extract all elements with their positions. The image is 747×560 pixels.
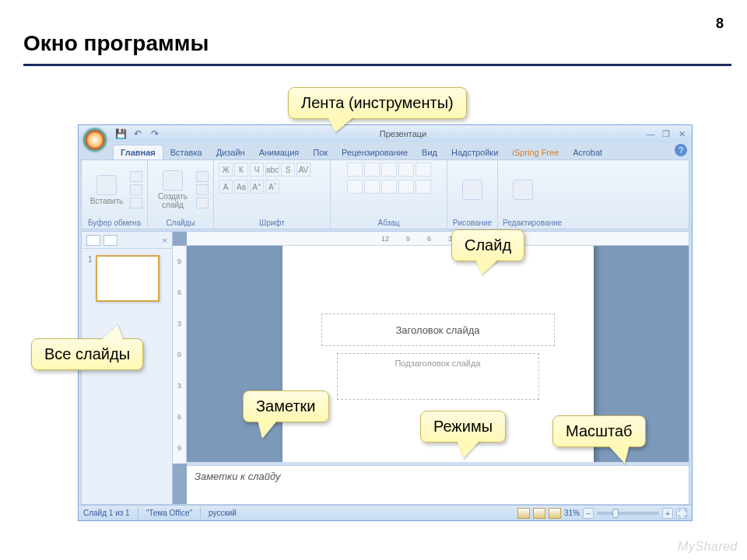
callout-zoom: Масштаб <box>552 415 646 447</box>
watermark: MyShared <box>678 540 738 554</box>
format-painter-icon[interactable] <box>130 198 142 208</box>
minimize-icon[interactable]: — <box>645 129 656 139</box>
window-title: Презентаци <box>161 129 645 138</box>
panel-tabs: × <box>82 232 172 249</box>
group-font: Ж К Ч abc S AV A Aa A˄ Aˇ Шрифт <box>214 160 331 229</box>
char-spacing-button[interactable]: AV <box>296 163 310 177</box>
align-left-button[interactable] <box>347 180 363 194</box>
tab-slideshow[interactable]: Пок <box>306 145 335 159</box>
group-drawing-label: Рисование <box>452 217 493 229</box>
zoom-thumb[interactable] <box>612 509 619 518</box>
paste-button[interactable]: Вставить <box>86 165 127 215</box>
justify-button[interactable] <box>398 180 414 194</box>
editing-button[interactable] <box>503 165 543 215</box>
paste-label: Вставить <box>90 197 123 205</box>
help-icon[interactable]: ? <box>675 144 687 156</box>
tab-ispring[interactable]: iSpring Free <box>505 145 566 159</box>
status-separator <box>200 508 201 519</box>
reset-icon[interactable] <box>196 184 209 195</box>
ruler-tick: 3 <box>177 382 181 390</box>
underline-button[interactable]: Ч <box>250 163 264 177</box>
copy-icon[interactable] <box>130 184 142 195</box>
change-case-button[interactable]: Aa <box>234 180 248 194</box>
tab-acrobat[interactable]: Acrobat <box>566 145 609 159</box>
group-paragraph: Абзац <box>331 160 447 229</box>
normal-view-button[interactable] <box>517 508 530 519</box>
tab-view[interactable]: Вид <box>415 145 444 159</box>
new-slide-button[interactable]: Создать слайд <box>153 165 193 215</box>
tab-home[interactable]: Главная <box>113 145 163 159</box>
undo-icon[interactable]: ↶ <box>132 128 144 140</box>
status-language[interactable]: русский <box>209 509 237 517</box>
callout-notes: Заметки <box>243 390 329 422</box>
tab-review[interactable]: Рецензирование <box>335 145 415 159</box>
title-rule <box>23 64 731 66</box>
cut-icon[interactable] <box>130 171 142 182</box>
bold-button[interactable]: Ж <box>219 163 233 177</box>
indent-inc-button[interactable] <box>398 163 414 177</box>
title-placeholder[interactable]: Заголовок слайда <box>321 313 555 346</box>
subtitle-placeholder[interactable]: Подзаголовок слайда <box>337 353 539 400</box>
ruler-tick: 6 <box>427 235 431 243</box>
slides-tab-icon[interactable] <box>86 235 100 246</box>
close-icon[interactable]: ✕ <box>676 129 687 139</box>
notes-pane[interactable]: Заметки к слайду <box>187 465 689 504</box>
ribbon: Вставить Буфер обмена Создать слайд <box>81 159 689 229</box>
ruler-tick: 0 <box>177 351 181 359</box>
status-theme: "Тема Office" <box>146 509 192 517</box>
editor-area: 12 9 6 3 0 3 9 6 3 0 3 6 9 Заголовок сла… <box>173 231 689 505</box>
sorter-view-button[interactable] <box>533 508 545 519</box>
page-number: 8 <box>716 16 724 32</box>
zoom-percent[interactable]: 31% <box>564 509 580 517</box>
callout-modes: Режимы <box>420 411 506 443</box>
workspace: × 1 12 9 6 3 0 3 9 6 3 0 <box>81 231 689 505</box>
slide-thumbnail[interactable]: 1 <box>88 255 166 302</box>
bullets-button[interactable] <box>347 163 363 177</box>
fit-window-button[interactable]: ⛶ <box>676 508 687 519</box>
new-slide-label: Создать слайд <box>153 192 193 209</box>
ruler-tick: 6 <box>177 413 181 421</box>
shadow-button[interactable]: S <box>281 163 295 177</box>
line-spacing-button[interactable] <box>416 163 431 177</box>
shrink-font-button[interactable]: Aˇ <box>265 180 279 194</box>
status-separator <box>138 508 139 519</box>
group-font-label: Шрифт <box>219 217 325 229</box>
align-right-button[interactable] <box>381 180 397 194</box>
vertical-ruler[interactable]: 9 6 3 0 3 6 9 <box>173 246 187 464</box>
zoom-in-button[interactable]: + <box>662 508 673 519</box>
tab-insert[interactable]: Вставка <box>163 145 209 159</box>
strike-button[interactable]: abc <box>265 163 279 177</box>
tab-design[interactable]: Дизайн <box>209 145 252 159</box>
thumbnail-number: 1 <box>88 255 93 302</box>
group-editing-label: Редактирование <box>503 217 562 229</box>
tab-animation[interactable]: Анимация <box>252 145 307 159</box>
delete-icon[interactable] <box>196 198 209 208</box>
ruler-tick: 9 <box>406 235 410 243</box>
office-button[interactable] <box>82 127 108 153</box>
numbering-button[interactable] <box>364 163 380 177</box>
status-slide-count: Слайд 1 из 1 <box>83 509 130 517</box>
drawing-button[interactable] <box>452 165 493 215</box>
save-icon[interactable]: 💾 <box>114 128 127 140</box>
tab-addins[interactable]: Надстройки <box>444 145 505 159</box>
zoom-out-button[interactable]: − <box>583 508 594 519</box>
panel-close-icon[interactable]: × <box>163 236 167 245</box>
slideshow-view-button[interactable] <box>549 508 561 519</box>
layout-icon[interactable] <box>196 171 209 182</box>
font-color-button[interactable]: A <box>219 180 233 194</box>
group-slides: Создать слайд Слайды <box>148 160 214 229</box>
group-clipboard: Вставить Буфер обмена <box>82 160 148 229</box>
maximize-icon[interactable]: ❐ <box>661 129 672 139</box>
redo-icon[interactable]: ↷ <box>149 128 161 140</box>
indent-dec-button[interactable] <box>381 163 397 177</box>
ruler-tick: 12 <box>381 235 389 243</box>
page-title: Окно программы <box>23 31 209 56</box>
columns-button[interactable] <box>416 180 431 194</box>
italic-button[interactable]: К <box>234 163 248 177</box>
horizontal-ruler[interactable]: 12 9 6 3 0 3 <box>187 232 689 246</box>
outline-tab-icon[interactable] <box>103 235 117 246</box>
new-slide-icon <box>163 170 183 191</box>
align-center-button[interactable] <box>364 180 380 194</box>
zoom-slider[interactable] <box>597 512 659 515</box>
grow-font-button[interactable]: A˄ <box>250 180 264 194</box>
